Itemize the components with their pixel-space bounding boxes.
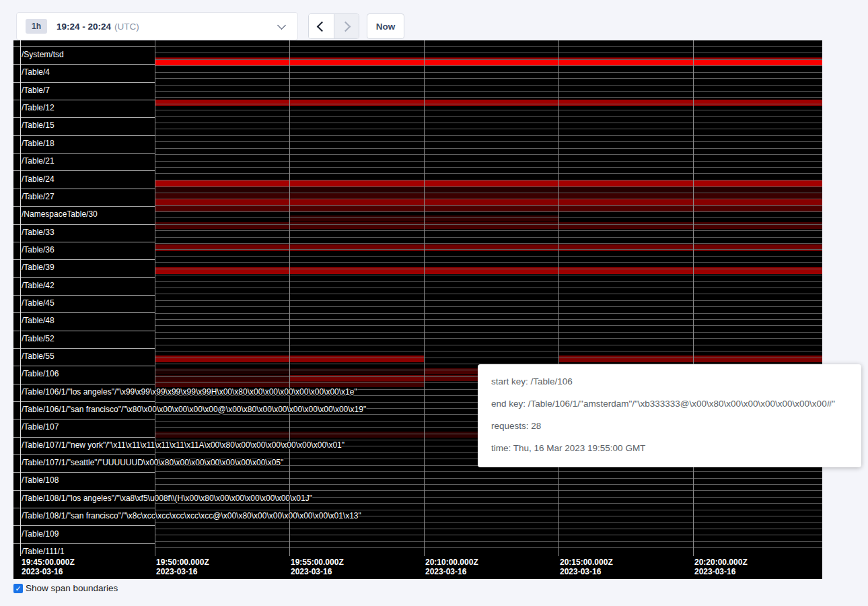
axis-tick-label: 19:45:00.000Z2023-03-16 — [22, 558, 75, 576]
span-boundary-line — [155, 351, 822, 351]
heat-bar — [155, 205, 822, 211]
span-boundaries-row: ✓ Show span boundaries — [13, 583, 118, 593]
span-boundary-line — [155, 332, 822, 333]
row-key-label: /Table/107/1/"seattle"/"UUUUUUD\x00\x80\… — [22, 458, 283, 467]
row-key-label: /Table/106/1/"los angeles"/"\x99\x99\x99… — [22, 387, 357, 397]
tick-date: 2023-03-16 — [560, 567, 613, 576]
span-boundary-line — [155, 541, 822, 542]
key-row-line — [13, 401, 155, 402]
span-boundary-line — [155, 510, 822, 510]
heat-bar — [155, 100, 822, 106]
row-key-label: /Table/45 — [22, 298, 55, 308]
row-key-label: /Table/109 — [22, 529, 59, 539]
key-row-line — [13, 100, 155, 100]
span-boundary-line — [155, 161, 822, 162]
tooltip-requests: requests: 28 — [491, 419, 848, 433]
row-key-label: /NamespaceTable/30 — [22, 209, 98, 219]
row-key-label: /Table/111/1 — [22, 547, 65, 556]
key-row-line — [13, 46, 155, 47]
row-key-label: /Table/21 — [22, 156, 55, 166]
tick-date: 2023-03-16 — [291, 567, 344, 576]
span-boundary-line — [155, 129, 822, 129]
chevron-left-icon — [317, 21, 328, 32]
span-boundary-line — [155, 288, 822, 288]
row-key-label: /Table/107 — [22, 422, 59, 432]
span-boundary-line — [155, 275, 822, 275]
span-boundary-line — [155, 230, 822, 231]
check-icon: ✓ — [15, 584, 21, 593]
show-span-boundaries-label: Show span boundaries — [26, 583, 118, 593]
row-key-label: /Table/18 — [22, 139, 55, 148]
span-boundary-line — [155, 85, 822, 86]
time-gridline — [289, 40, 290, 556]
span-boundary-line — [155, 217, 822, 218]
axis-tick-label: 19:55:00.000Z2023-03-16 — [291, 558, 344, 576]
row-key-label: /Table/33 — [22, 228, 55, 237]
tick-time: 20:20:00.000Z — [694, 558, 748, 567]
row-key-label: /Table/106/1/"san francisco"/"\x80\x00\x… — [22, 405, 366, 414]
row-key-label: /Table/27 — [22, 192, 55, 201]
span-boundary-line — [155, 535, 822, 535]
span-boundary-line — [155, 205, 822, 206]
axis-tick-label: 19:50:00.000Z2023-03-16 — [156, 558, 209, 576]
key-row-line — [13, 135, 155, 136]
key-row-line — [13, 508, 155, 508]
row-key-label: /Table/107/1/"new york"/"\x11\x11\x11\x1… — [22, 440, 345, 450]
key-row-line — [13, 82, 155, 83]
span-boundary-line — [155, 338, 822, 339]
tooltip-end-key: end key: /Table/106/1/"amsterdam"/"\xb33… — [491, 397, 848, 411]
key-row-line — [13, 331, 155, 331]
heat-bar — [155, 199, 822, 205]
key-row-line — [13, 366, 155, 366]
span-boundary-line — [155, 123, 822, 123]
key-row-line — [13, 117, 155, 118]
span-boundary-line — [155, 211, 822, 212]
span-boundary-line — [155, 59, 822, 60]
show-span-boundaries-checkbox[interactable]: ✓ — [13, 584, 23, 593]
prev-time-button[interactable] — [309, 14, 334, 38]
row-key-label: /System/tsd — [22, 50, 64, 59]
row-key-label: /Table/36 — [22, 245, 55, 255]
axis-tick-label: 20:15:00.000Z2023-03-16 — [560, 558, 613, 576]
time-gridline — [155, 40, 155, 556]
chevron-down-icon — [277, 21, 286, 30]
span-boundary-line — [155, 110, 822, 110]
span-boundary-line — [155, 237, 822, 238]
tick-time: 19:45:00.000Z — [22, 558, 75, 567]
span-boundary-line — [155, 262, 822, 263]
span-boundary-line — [155, 523, 822, 523]
span-boundary-line — [155, 529, 822, 529]
row-key-label: /Table/108/1/"los angeles"/"\xa8\xf5\u00… — [22, 494, 312, 503]
next-time-button-disabled[interactable] — [334, 14, 359, 38]
span-boundary-line — [155, 104, 822, 104]
key-row-line — [13, 384, 155, 384]
tooltip-start-key: start key: /Table/106 — [491, 374, 848, 389]
time-gridline — [558, 40, 559, 556]
heatmap-canvas[interactable]: /System/tsd/Table/4/Table/7/Table/12/Tab… — [13, 40, 822, 579]
time-range-timezone: (UTC) — [114, 22, 139, 32]
span-boundary-line — [155, 141, 822, 142]
span-boundary-line — [155, 116, 822, 117]
span-boundary-line — [155, 154, 822, 155]
time-range-preset-badge: 1h — [26, 19, 47, 34]
row-key-label: /Table/55 — [22, 351, 55, 361]
span-boundary-line — [155, 319, 822, 320]
span-boundary-line — [155, 97, 822, 98]
span-boundary-line — [155, 547, 822, 548]
span-boundary-line — [155, 503, 822, 504]
now-button[interactable]: Now — [367, 13, 404, 39]
tick-date: 2023-03-16 — [425, 567, 478, 576]
key-row-line — [13, 454, 155, 455]
span-boundary-line — [155, 167, 822, 168]
span-boundary-line — [155, 199, 822, 199]
row-key-label: /Table/52 — [22, 334, 55, 343]
key-row-line — [13, 543, 155, 544]
time-gridline — [424, 40, 425, 556]
span-boundary-line — [155, 180, 822, 180]
time-range-selector[interactable]: 1h 19:24 - 20:24 (UTC) — [16, 12, 298, 40]
axis-tick-label: 20:20:00.000Z2023-03-16 — [694, 558, 748, 576]
span-boundary-line — [155, 46, 822, 47]
span-boundary-line — [155, 478, 822, 479]
span-boundary-line — [155, 294, 822, 294]
row-key-label: /Table/4 — [22, 67, 50, 77]
